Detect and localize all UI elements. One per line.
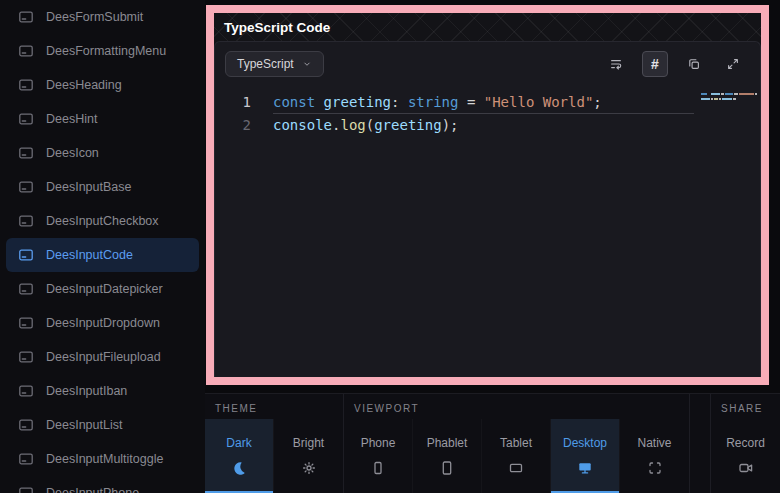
line-numbers-button[interactable]: # [642, 51, 668, 77]
sidebar-item-DeesInputPhone[interactable]: DeesInputPhone [0, 476, 205, 493]
sidebar-item-label: DeesFormattingMenu [46, 44, 166, 58]
sidebar-item-label: DeesInputMultitoggle [46, 452, 163, 466]
component-icon [18, 179, 34, 195]
button-label: Desktop [563, 436, 607, 450]
sidebar-item-label: DeesInputIban [46, 384, 127, 398]
sidebar-item-label: DeesInputFileupload [46, 350, 161, 364]
sidebar-item-label: DeesIcon [46, 146, 99, 160]
theme-dark-button[interactable]: Dark [205, 419, 274, 493]
demo-title: TypeScript Code [214, 13, 761, 41]
sidebar-item-DeesInputDropdown[interactable]: DeesInputDropdown [0, 306, 205, 340]
section-header: VIEWPORT [344, 394, 689, 419]
code-token: "Hello World" [484, 94, 594, 110]
button-label: Tablet [500, 436, 532, 450]
viewport-phone-button[interactable]: Phone [344, 419, 413, 493]
sidebar-item-DeesHint[interactable]: DeesHint [0, 102, 205, 136]
viewport-native-button[interactable]: Native [620, 419, 689, 493]
button-label: Phablet [427, 436, 468, 450]
code-editor-card: TypeScript # 1const greeting: string = "… [214, 41, 761, 377]
section-header: SHARE [711, 394, 780, 419]
component-icon [18, 315, 34, 331]
sidebar-item-DeesInputBase[interactable]: DeesInputBase [0, 170, 205, 204]
code-token: log [340, 117, 365, 133]
code-token: greeting [324, 94, 391, 110]
sidebar-item-DeesInputCode[interactable]: DeesInputCode [6, 238, 199, 272]
tablet-icon [508, 460, 524, 476]
viewport-tablet-button[interactable]: Tablet [482, 419, 551, 493]
wrap-text-icon [609, 56, 623, 72]
viewport-desktop-button[interactable]: Desktop [551, 419, 620, 493]
code-token [315, 94, 323, 110]
language-select-label: TypeScript [237, 57, 294, 71]
sidebar-item-DeesInputMultitoggle[interactable]: DeesInputMultitoggle [0, 442, 205, 476]
demo-container: TypeScript Code TypeScript # 1const gree… [214, 13, 761, 377]
code-line[interactable]: 1const greeting: string = "Hello World"; [215, 91, 760, 114]
section-header: THEME [205, 394, 343, 419]
copy-button[interactable] [681, 51, 707, 77]
section-buttons: DarkBright [205, 419, 343, 493]
sidebar-item-label: DeesInputDropdown [46, 316, 160, 330]
sidebar-item-DeesFormattingMenu[interactable]: DeesFormattingMenu [0, 34, 205, 68]
code-token: ; [593, 94, 601, 110]
button-label: Phone [361, 436, 396, 450]
code-line[interactable]: 2console.log(greeting); [215, 114, 760, 136]
minimap[interactable] [701, 93, 757, 103]
sidebar-item-label: DeesInputList [46, 418, 122, 432]
code-token: console [273, 117, 332, 133]
sidebar-item-DeesInputIban[interactable]: DeesInputIban [0, 374, 205, 408]
component-icon [18, 451, 34, 467]
component-icon [18, 111, 34, 127]
expand-button[interactable] [720, 51, 746, 77]
language-select[interactable]: TypeScript [225, 51, 324, 77]
section-buttons: Record [711, 419, 780, 493]
desktop-icon [577, 460, 593, 476]
component-icon [18, 43, 34, 59]
component-icon [18, 485, 34, 493]
sidebar-item-DeesInputDatepicker[interactable]: DeesInputDatepicker [0, 272, 205, 306]
component-icon [18, 349, 34, 365]
bottom-toolbar: THEMEDarkBrightVIEWPORTPhonePhabletTable… [205, 393, 780, 493]
component-icon [18, 77, 34, 93]
main-area: TypeScript Code TypeScript # 1const gree… [205, 0, 780, 493]
viewport-phablet-button[interactable]: Phablet [413, 419, 482, 493]
demo-highlight-frame: TypeScript Code TypeScript # 1const gree… [206, 5, 769, 385]
code-token: : [391, 94, 408, 110]
share-record-button[interactable]: Record [711, 419, 780, 493]
expand-icon [726, 56, 740, 72]
code-token: = [458, 94, 483, 110]
component-icon [18, 247, 34, 263]
sidebar-item-label: DeesInputBase [46, 180, 131, 194]
section-buttons: PhonePhabletTabletDesktopNative [344, 419, 689, 493]
sidebar-item-label: DeesInputPhone [46, 486, 139, 493]
sidebar-item-label: DeesInputDatepicker [46, 282, 163, 296]
code-token: ( [366, 117, 374, 133]
sidebar-item-DeesInputCheckbox[interactable]: DeesInputCheckbox [0, 204, 205, 238]
bottombar-section-viewport: VIEWPORTPhonePhabletTabletDesktopNative [344, 394, 690, 493]
component-icon [18, 417, 34, 433]
button-label: Record [726, 436, 765, 450]
wrap-text-button[interactable] [603, 51, 629, 77]
theme-bright-button[interactable]: Bright [274, 419, 343, 493]
sidebar-item-DeesInputFileupload[interactable]: DeesInputFileupload [0, 340, 205, 374]
moon-icon [231, 460, 247, 476]
sidebar-item-label: DeesHint [46, 112, 97, 126]
component-icon [18, 383, 34, 399]
code-lines: 1const greeting: string = "Hello World";… [215, 91, 760, 136]
code-token: ); [442, 117, 459, 133]
sun-icon [301, 460, 317, 476]
bottombar-section-theme: THEMEDarkBright [205, 394, 344, 493]
button-label: Bright [293, 436, 324, 450]
sidebar-item-label: DeesInputCheckbox [46, 214, 159, 228]
sidebar-item-DeesInputList[interactable]: DeesInputList [0, 408, 205, 442]
record-icon [738, 460, 754, 476]
line-number: 1 [215, 91, 273, 114]
sidebar-item-DeesHeading[interactable]: DeesHeading [0, 68, 205, 102]
sidebar-item-DeesFormSubmit[interactable]: DeesFormSubmit [0, 0, 205, 34]
code-editor[interactable]: 1const greeting: string = "Hello World";… [215, 86, 760, 377]
sidebar-item-DeesIcon[interactable]: DeesIcon [0, 136, 205, 170]
line-number: 2 [215, 114, 273, 136]
copy-icon [687, 56, 701, 72]
line-numbers-label: # [651, 56, 659, 72]
component-icon [18, 281, 34, 297]
toolbar-actions: # [603, 51, 750, 77]
